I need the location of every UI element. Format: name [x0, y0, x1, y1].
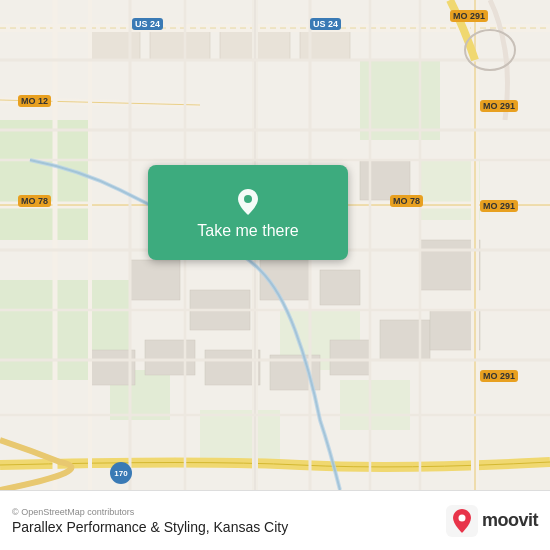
badge-mo78-left: MO 78 — [18, 195, 51, 207]
badge-mo12: MO 12 — [18, 95, 51, 107]
badge-mo78-right: MO 78 — [390, 195, 423, 207]
svg-point-51 — [244, 195, 252, 203]
bottom-bar: © OpenStreetMap contributors Parallex Pe… — [0, 490, 550, 550]
svg-rect-10 — [150, 30, 210, 60]
location-info: © OpenStreetMap contributors Parallex Pe… — [12, 507, 288, 535]
svg-rect-7 — [200, 410, 280, 460]
badge-mo291-right-bot: MO 291 — [480, 370, 518, 382]
moovit-app-icon — [446, 505, 478, 537]
svg-rect-24 — [380, 320, 430, 360]
attribution-text: © OpenStreetMap contributors — [12, 507, 288, 517]
map-container: US 24 US 24 MO 291 MO 291 MO 291 MO 291 … — [0, 0, 550, 490]
moovit-brand-text: moovit — [482, 510, 538, 531]
location-name: Parallex Performance & Styling, Kansas C… — [12, 519, 288, 535]
location-pin-icon — [232, 186, 264, 218]
svg-rect-15 — [130, 260, 180, 300]
svg-rect-8 — [340, 380, 410, 430]
svg-rect-9 — [90, 30, 140, 60]
svg-point-53 — [458, 514, 465, 521]
badge-us24-left: US 24 — [132, 18, 163, 30]
svg-rect-12 — [300, 30, 350, 60]
moovit-logo: moovit — [446, 505, 538, 537]
button-label: Take me there — [197, 222, 298, 240]
svg-rect-19 — [90, 350, 135, 385]
svg-rect-1 — [0, 120, 90, 240]
svg-rect-3 — [360, 60, 440, 140]
svg-rect-20 — [145, 340, 195, 375]
take-me-there-button[interactable]: Take me there — [148, 165, 348, 260]
badge-mo291-top: MO 291 — [450, 10, 488, 22]
badge-mo291-right-mid: MO 291 — [480, 200, 518, 212]
badge-mo291-right-top: MO 291 — [480, 100, 518, 112]
svg-rect-23 — [330, 340, 370, 375]
svg-rect-18 — [320, 270, 360, 305]
badge-i170: 170 — [110, 462, 132, 484]
svg-rect-21 — [205, 350, 260, 385]
svg-rect-13 — [360, 160, 410, 200]
badge-us24-right: US 24 — [310, 18, 341, 30]
